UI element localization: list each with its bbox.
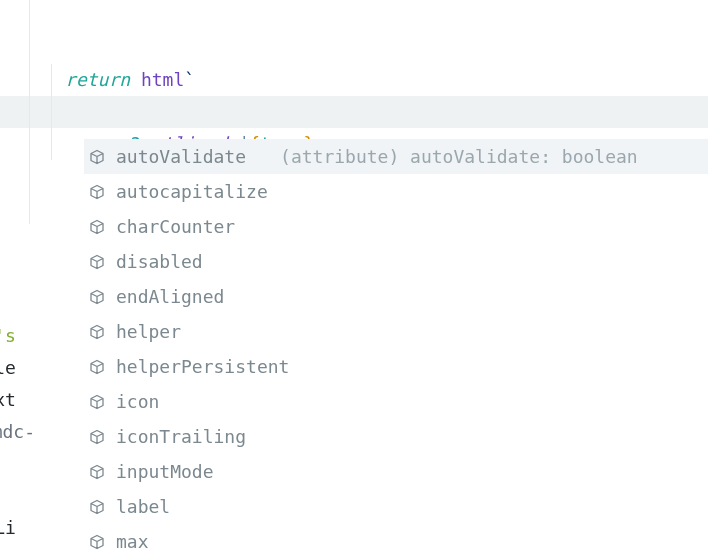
- suggest-item-label: autoValidate: [116, 141, 246, 173]
- property-icon: [88, 183, 106, 201]
- property-icon: [88, 533, 106, 551]
- code-line-active[interactable]: [0, 96, 708, 128]
- property-icon: [88, 323, 106, 341]
- property-icon: [88, 393, 106, 411]
- suggest-item[interactable]: charCounter: [84, 209, 708, 244]
- suggest-item[interactable]: max: [84, 524, 708, 559]
- suggest-item-label: disabled: [116, 246, 203, 278]
- suggest-item-label: inputMode: [116, 456, 214, 488]
- suggest-item-label: charCounter: [116, 211, 235, 243]
- property-icon: [88, 218, 106, 236]
- property-icon: [88, 463, 106, 481]
- code-line[interactable]: return html`: [0, 0, 708, 32]
- suggest-item-label: autocapitalize: [116, 176, 268, 208]
- suggest-item-label: icon: [116, 386, 159, 418]
- property-icon: [88, 288, 106, 306]
- suggest-item[interactable]: iconTrailing: [84, 419, 708, 454]
- property-icon: [88, 148, 106, 166]
- code-line[interactable]: ?outlined=${true}: [0, 64, 708, 96]
- suggest-item-label: helper: [116, 316, 181, 348]
- suggest-item[interactable]: inputMode: [84, 454, 708, 489]
- suggest-item[interactable]: disabled: [84, 244, 708, 279]
- property-icon: [88, 253, 106, 271]
- property-icon: [88, 358, 106, 376]
- suggest-item-detail: (attribute) autoValidate: boolean: [280, 141, 638, 173]
- suggest-item[interactable]: helper: [84, 314, 708, 349]
- suggest-item[interactable]: endAligned: [84, 279, 708, 314]
- property-icon: [88, 498, 106, 516]
- code-line[interactable]: <mwc-textfield: [0, 32, 708, 64]
- suggest-item[interactable]: autocapitalize: [84, 174, 708, 209]
- suggest-item[interactable]: autoValidate(attribute) autoValidate: bo…: [84, 139, 708, 174]
- suggest-item-label: label: [116, 491, 170, 523]
- suggest-item-label: max: [116, 526, 149, 558]
- suggest-item[interactable]: helperPersistent: [84, 349, 708, 384]
- suggest-item[interactable]: label: [84, 489, 708, 524]
- suggest-item-label: endAligned: [116, 281, 224, 313]
- property-icon: [88, 428, 106, 446]
- intellisense-popup[interactable]: autoValidate(attribute) autoValidate: bo…: [84, 139, 708, 559]
- suggest-item-label: iconTrailing: [116, 421, 246, 453]
- suggest-item[interactable]: icon: [84, 384, 708, 419]
- suggest-item-label: helperPersistent: [116, 351, 289, 383]
